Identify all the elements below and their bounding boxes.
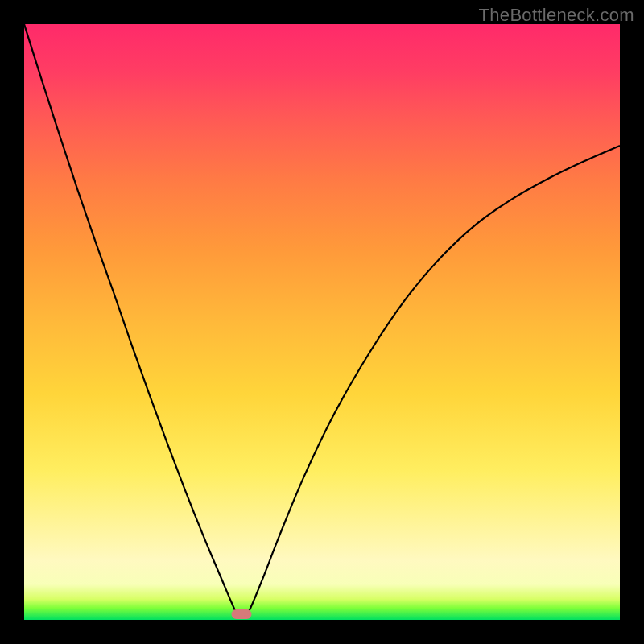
chart-stage: TheBottleneck.com [0, 0, 644, 644]
curve-svg [24, 24, 620, 620]
bottleneck-curve [24, 24, 620, 618]
watermark-text: TheBottleneck.com [479, 5, 634, 26]
minimum-marker [232, 609, 252, 619]
plot-area [24, 24, 620, 620]
